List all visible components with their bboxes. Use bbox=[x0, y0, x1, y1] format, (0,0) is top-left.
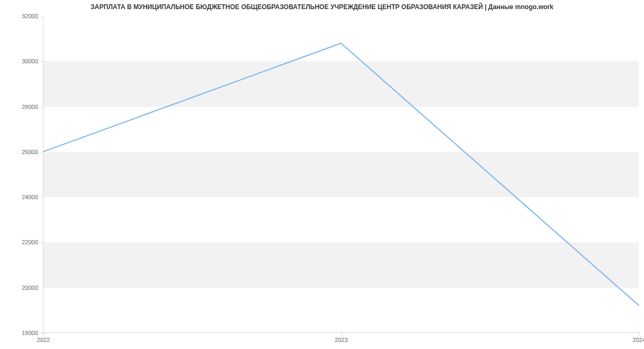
plot-area: 1800020000220002400026000280003000032000… bbox=[43, 16, 639, 333]
x-tick-mark bbox=[43, 332, 44, 336]
y-tick-label: 18000 bbox=[21, 330, 38, 336]
y-tick-label: 28000 bbox=[21, 104, 38, 110]
x-tick-mark bbox=[341, 332, 342, 336]
x-tick-label: 2023 bbox=[335, 337, 348, 343]
x-tick-mark bbox=[639, 332, 640, 336]
y-tick-mark bbox=[41, 16, 43, 17]
salary-chart: ЗАРПЛАТА В МУНИЦИПАЛЬНОЕ БЮДЖЕТНОЕ ОБЩЕО… bbox=[0, 0, 644, 349]
y-tick-mark bbox=[41, 288, 43, 288]
y-tick-label: 32000 bbox=[21, 13, 38, 19]
y-tick-mark bbox=[41, 152, 43, 152]
line-series bbox=[43, 16, 639, 332]
y-tick-mark bbox=[41, 197, 43, 198]
y-tick-mark bbox=[41, 61, 43, 62]
series-path bbox=[43, 43, 639, 305]
y-tick-mark bbox=[41, 242, 43, 243]
chart-title: ЗАРПЛАТА В МУНИЦИПАЛЬНОЕ БЮДЖЕТНОЕ ОБЩЕО… bbox=[0, 3, 644, 11]
y-tick-label: 20000 bbox=[21, 285, 38, 291]
x-tick-label: 2022 bbox=[37, 337, 50, 343]
y-tick-label: 24000 bbox=[21, 194, 38, 200]
y-tick-label: 30000 bbox=[21, 58, 38, 64]
x-tick-label: 2024 bbox=[633, 337, 644, 343]
y-tick-label: 26000 bbox=[21, 149, 38, 155]
y-tick-mark bbox=[41, 107, 43, 107]
y-tick-label: 22000 bbox=[21, 239, 38, 245]
